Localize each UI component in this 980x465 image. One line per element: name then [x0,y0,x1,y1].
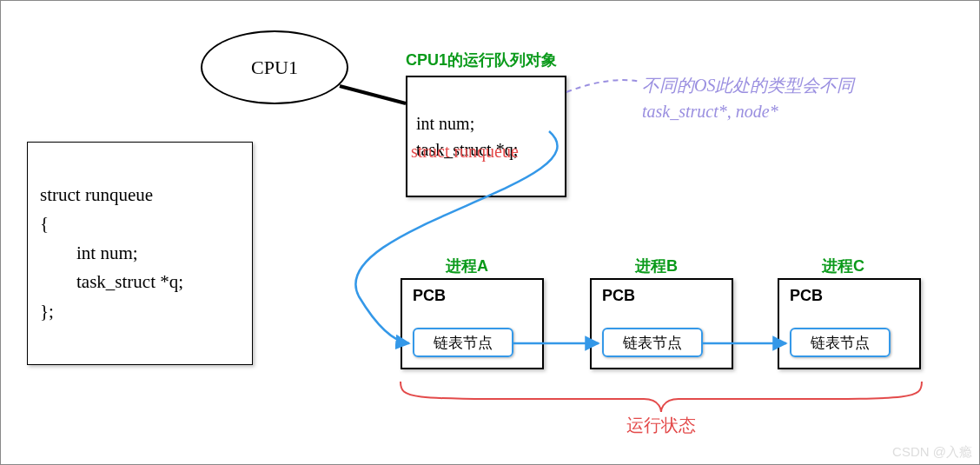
process-title: 进程A [446,256,488,276]
queue-type-label: struct runqueue [411,142,519,162]
note-line: 不同的OS此处的类型会不同 [642,76,854,95]
list-node: 链表节点 [413,328,513,357]
struct-line: int num; [40,242,138,263]
pcb-label: PCB [790,287,823,305]
os-type-note: 不同的OS此处的类型会不同 task_struct*, node* [642,72,854,124]
cpu-label: CPU1 [251,56,298,79]
cpu-node: CPU1 [201,30,348,104]
brace-run-state [401,382,922,412]
process-box-c: PCB 链表节点 [778,278,921,369]
process-box-b: PCB 链表节点 [590,278,733,369]
run-state-label: 运行状态 [626,414,696,437]
watermark: CSDN @入瘾 [892,444,972,461]
runqueue-object: int num; task_struct *q; [406,76,566,197]
queue-to-note-edge [566,80,640,92]
list-node: 链表节点 [790,328,891,357]
diagram-canvas: CPU1 struct runqueue { int num; task_str… [0,0,980,465]
node-label: 链表节点 [811,333,870,353]
pcb-label: PCB [413,287,446,305]
struct-line: }; [40,301,54,322]
struct-line: { [40,213,49,234]
node-label: 链表节点 [434,333,493,353]
cpu-to-queue-edge [340,86,406,103]
struct-line: struct runqueue [40,184,153,205]
struct-definition: struct runqueue { int num; task_struct *… [27,142,253,365]
process-title: 进程C [822,256,864,276]
note-line: task_struct*, node* [642,102,778,121]
queue-line: int num; [416,114,474,133]
process-box-a: PCB 链表节点 [401,278,544,369]
list-node: 链表节点 [602,328,703,357]
struct-line: task_struct *q; [40,271,183,292]
process-title: 进程B [635,256,678,276]
node-label: 链表节点 [623,333,682,353]
pcb-label: PCB [602,287,635,305]
queue-title: CPU1的运行队列对象 [406,50,557,70]
